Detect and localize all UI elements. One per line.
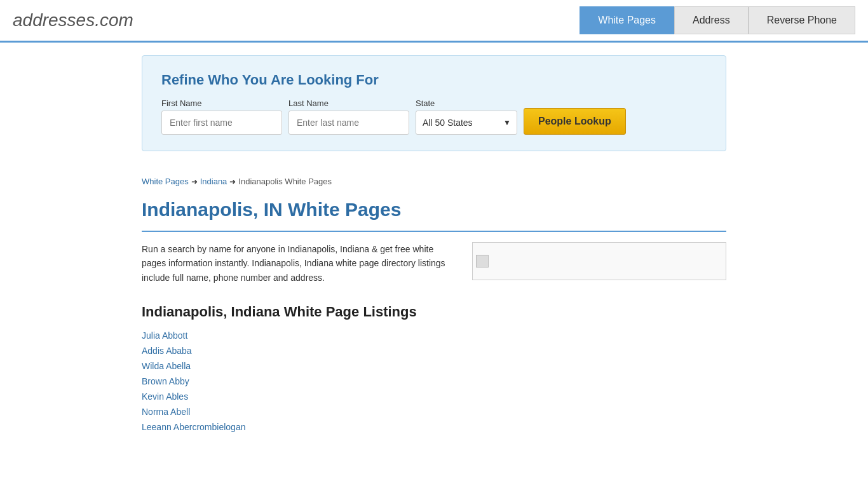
nav-reverse-phone[interactable]: Reverse Phone <box>749 6 855 34</box>
state-select-group: State All 50 States Alabama Alaska Arizo… <box>416 98 517 135</box>
first-name-input[interactable] <box>161 111 282 135</box>
list-item: Addis Ababa <box>142 346 726 356</box>
title-divider <box>142 231 726 232</box>
last-name-label: Last Name <box>288 98 409 108</box>
list-item: Wilda Abella <box>142 361 726 371</box>
main-content: White Pages ➜ Indiana ➜ Indianapolis Whi… <box>129 164 739 445</box>
list-item: Kevin Ables <box>142 391 726 402</box>
listing-link[interactable]: Julia Abbott <box>142 330 187 341</box>
breadcrumb-arrow-2: ➜ <box>229 177 236 186</box>
list-item: Brown Abby <box>142 376 726 386</box>
header: addresses.com White Pages Address Revers… <box>0 0 868 43</box>
last-name-input[interactable] <box>288 111 409 135</box>
ad-box <box>472 242 726 280</box>
list-item: Leeann Abercrombielogan <box>142 422 726 432</box>
listing-link[interactable]: Addis Ababa <box>142 346 192 356</box>
ad-image <box>476 255 489 268</box>
listing-link[interactable]: Kevin Ables <box>142 391 188 402</box>
page-title: Indianapolis, IN White Pages <box>142 199 726 220</box>
breadcrumb-arrow-1: ➜ <box>191 177 198 186</box>
state-label: State <box>416 98 517 108</box>
state-select-wrapper: All 50 States Alabama Alaska Arizona Ark… <box>416 111 517 135</box>
breadcrumb-indiana[interactable]: Indiana <box>200 177 227 186</box>
listings-list: Julia AbbottAddis AbabaWilda AbellaBrown… <box>142 330 726 432</box>
description-text: Run a search by name for anyone in India… <box>142 242 453 285</box>
listings-title: Indianapolis, Indiana White Page Listing… <box>142 304 726 320</box>
nav-address[interactable]: Address <box>674 6 749 34</box>
breadcrumb-current: Indianapolis White Pages <box>238 177 332 186</box>
listing-link[interactable]: Brown Abby <box>142 376 189 386</box>
last-name-group: Last Name <box>288 98 409 135</box>
people-lookup-button[interactable]: People Lookup <box>524 108 626 135</box>
list-item: Norma Abell <box>142 407 726 417</box>
first-name-group: First Name <box>161 98 282 135</box>
breadcrumb: White Pages ➜ Indiana ➜ Indianapolis Whi… <box>142 177 726 186</box>
site-logo: addresses.com <box>13 10 133 30</box>
breadcrumb-white-pages[interactable]: White Pages <box>142 177 189 186</box>
search-title: Refine Who You Are Looking For <box>161 72 707 88</box>
main-nav: White Pages Address Reverse Phone <box>580 6 855 34</box>
search-section: Refine Who You Are Looking For First Nam… <box>0 43 868 164</box>
search-box: Refine Who You Are Looking For First Nam… <box>142 55 726 151</box>
nav-white-pages[interactable]: White Pages <box>580 6 674 34</box>
listing-link[interactable]: Wilda Abella <box>142 361 191 371</box>
listing-link[interactable]: Leeann Abercrombielogan <box>142 422 245 432</box>
state-select[interactable]: All 50 States Alabama Alaska Arizona Ark… <box>416 111 517 135</box>
listing-link[interactable]: Norma Abell <box>142 407 190 417</box>
description-area: Run a search by name for anyone in India… <box>142 242 726 285</box>
list-item: Julia Abbott <box>142 330 726 341</box>
first-name-label: First Name <box>161 98 282 108</box>
search-fields: First Name Last Name State All 50 States… <box>161 98 707 135</box>
